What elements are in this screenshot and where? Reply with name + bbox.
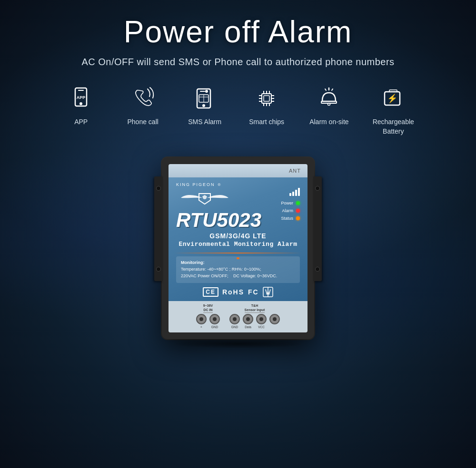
device-shadow <box>171 339 305 349</box>
monitoring-power: 220VAC Power ON/OFF; <box>181 273 228 278</box>
smart-chips-icon <box>252 84 281 113</box>
alarm-onsite-icon <box>315 84 343 113</box>
sensor-vcc-label: VCC <box>256 325 267 329</box>
bracket-left <box>154 176 163 281</box>
device-face: ANT Power Alarm <box>169 164 307 332</box>
signal-bars <box>289 188 300 196</box>
svg-point-10 <box>203 105 205 107</box>
svg-rect-12 <box>264 96 269 101</box>
svg-point-2 <box>80 103 82 105</box>
sensor-nc-label <box>269 325 280 329</box>
sensor-connectors <box>229 314 280 324</box>
svg-rect-31 <box>389 90 397 92</box>
feature-battery: ⚡ Rechargeable Battery <box>373 84 414 136</box>
led-status-label: Status <box>281 216 293 221</box>
registered-symbol: ® <box>218 183 221 187</box>
led-alarm-label: Alarm <box>282 208 293 213</box>
svg-line-27 <box>325 89 326 90</box>
sensor-data-label: Data <box>243 325 253 329</box>
dc-in-label: 9~36VDC IN <box>203 304 213 313</box>
signal-bar-4 <box>298 188 300 196</box>
monitoring-section: Monitoring: Temperature: -40~+80°C ; RH%… <box>176 256 300 283</box>
sensor-extra-terminal <box>269 314 280 324</box>
sensor-group: T&HSensor Input GND Data VCC <box>229 304 280 329</box>
feature-label-app: APP <box>74 117 88 127</box>
feature-smart-chips: Smart chips <box>248 84 286 127</box>
phone-call-icon <box>129 84 157 113</box>
page-title: Power off Alarm <box>124 14 353 49</box>
svg-rect-11 <box>262 94 271 103</box>
certifications: CE RoHS FC <box>176 287 300 297</box>
svg-text:APP: APP <box>77 95 86 100</box>
device-wrapper: ANT Power Alarm <box>162 157 314 339</box>
dc-plus-label: + <box>196 325 207 329</box>
signal-bar-3 <box>295 190 297 196</box>
monitoring-title: Monitoring: <box>181 260 295 265</box>
feature-label-chips: Smart chips <box>249 117 284 127</box>
connector-section: 9~36VDC IN + GND T&HS <box>169 301 307 332</box>
monitoring-specs: Temperature: -40~+80°C ; RH%: 0~100%; 22… <box>181 266 295 279</box>
brand-name: KING PIGEON <box>176 182 215 187</box>
led-alarm-dot <box>296 209 300 213</box>
feature-label-sms: SMS Alarm <box>188 117 221 127</box>
svg-line-28 <box>332 89 333 90</box>
app-icon: APP <box>67 84 95 113</box>
sensor-label: T&HSensor Input <box>245 304 265 313</box>
feature-phone-call: Phone call <box>124 84 162 127</box>
led-power-label: Power <box>281 201 293 205</box>
logo-section: KING PIGEON ® <box>176 182 300 187</box>
brand-logo-svg <box>176 190 233 206</box>
monitoring-rh: RH%: 0~100%; <box>232 267 261 272</box>
feature-label-battery: Rechargeable Battery <box>373 117 414 136</box>
feature-label-alarm: Alarm on-site <box>309 117 348 127</box>
svg-point-6 <box>206 90 208 92</box>
dc-connectors <box>196 314 220 324</box>
feature-sms: SMS Alarm <box>186 84 224 127</box>
monitoring-dc: DC Voltage: 0~36VDC. <box>233 273 277 278</box>
led-alarm-row: Alarm <box>282 208 300 213</box>
feature-app: APP APP <box>62 84 100 127</box>
battery-icon: ⚡ <box>379 84 407 113</box>
ant-label: ANT <box>289 168 301 174</box>
dc-in-group: 9~36VDC IN + GND <box>196 304 220 329</box>
svg-point-33 <box>237 257 239 259</box>
dc-plus-terminal <box>196 314 207 324</box>
rohs-cert: RoHS <box>222 288 244 296</box>
sensor-gnd-terminal <box>256 314 267 324</box>
product-name: Environmental Monitoring Alarm <box>176 241 300 248</box>
dc-sublabels: + GND <box>196 325 220 329</box>
feature-alarm-onsite: Alarm on-site <box>309 84 348 127</box>
svg-text:⚡: ⚡ <box>387 93 398 104</box>
signal-bar-1 <box>289 193 291 196</box>
device-outer: ANT Power Alarm <box>162 157 314 339</box>
ce-cert: CE <box>203 287 218 297</box>
led-power-row: Power <box>281 201 300 205</box>
led-status-dot <box>296 216 300 220</box>
sensor-data-terminal <box>229 314 240 324</box>
sensor-gnd-label2: GND <box>229 325 240 329</box>
tech-label: GSM/3G/4G LTE <box>176 232 300 240</box>
monitoring-temp: Temperature: -40~+80°C ; <box>181 267 230 272</box>
top-bar: ANT <box>169 164 307 177</box>
dc-gnd-terminal <box>209 314 220 324</box>
svg-point-29 <box>328 103 330 106</box>
sensor-sublabels: GND Data VCC <box>229 325 280 329</box>
led-status-row: Status <box>281 216 300 221</box>
accent-line <box>174 253 302 254</box>
dc-gnd-label: GND <box>209 325 220 329</box>
fc-cert: FC <box>248 288 259 296</box>
sensor-vcc-terminal <box>243 314 253 324</box>
page-subtitle: AC On/OFF will send SMS or Phone call to… <box>81 57 394 68</box>
main-content: Power off Alarm AC On/OFF will send SMS … <box>0 0 476 339</box>
weee-icon <box>263 287 273 297</box>
led-power-dot <box>296 201 300 205</box>
right-panel: Power Alarm Status <box>281 188 300 221</box>
sms-icon <box>190 84 219 113</box>
feature-label-phone: Phone call <box>127 117 158 127</box>
features-row: APP APP Phone call <box>62 84 414 136</box>
signal-bar-2 <box>292 192 294 196</box>
bracket-right <box>313 176 322 281</box>
